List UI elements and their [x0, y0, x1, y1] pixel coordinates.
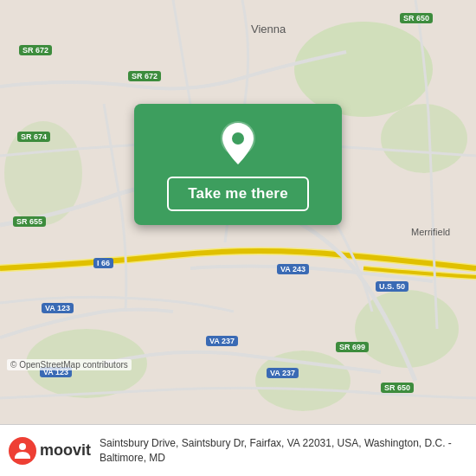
svg-point-11	[232, 132, 244, 145]
road-badge-sr650-bot: SR 650	[381, 383, 414, 393]
moovit-logo: moovit	[9, 437, 91, 465]
road-badge-va237-right: VA 237	[267, 368, 299, 378]
take-me-there-button[interactable]: Take me there	[167, 177, 309, 211]
address-text: Saintsbury Drive, Saintsbury Dr, Fairfax…	[100, 436, 467, 466]
pin-icon	[219, 121, 257, 168]
road-badge-sr672-mid: SR 672	[128, 71, 161, 81]
road-badge-sr674: SR 674	[17, 132, 50, 142]
svg-text:Merrifield: Merrifield	[411, 227, 450, 237]
svg-text:Vienna: Vienna	[251, 23, 286, 35]
location-card: Take me there	[134, 104, 342, 225]
bottom-bar: moovit Saintsbury Drive, Saintsbury Dr, …	[0, 424, 476, 476]
road-badge-us50: U.S. 50	[376, 281, 408, 292]
road-badge-sr672-left: SR 672	[19, 45, 52, 55]
svg-point-2	[381, 104, 467, 173]
road-badge-va237-left: VA 237	[206, 336, 238, 346]
road-badge-sr699: SR 699	[336, 342, 369, 352]
road-badge-va243: VA 243	[277, 264, 309, 274]
road-badge-sr650-top: SR 650	[400, 13, 433, 23]
svg-point-12	[19, 443, 26, 450]
map-container: Vienna Merrifield SR 650 SR 672 SR 672 S…	[0, 0, 476, 424]
road-badge-va123-mid: VA 123	[42, 303, 74, 313]
copyright-text: © OpenStreetMap contributors	[7, 359, 132, 370]
road-badge-i66: I 66	[93, 258, 113, 268]
moovit-logo-text: moovit	[40, 441, 91, 460]
road-badge-sr655: SR 655	[13, 216, 46, 227]
svg-point-1	[294, 22, 433, 117]
moovit-logo-icon	[9, 437, 36, 465]
